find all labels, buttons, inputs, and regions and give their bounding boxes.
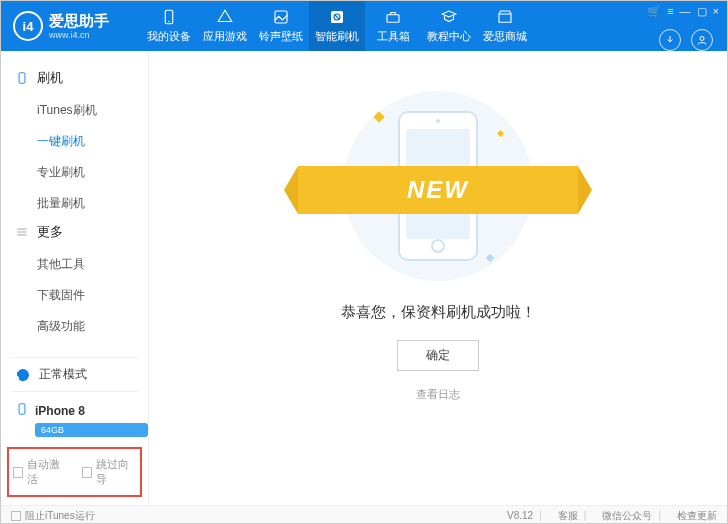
device-name: iPhone 8 bbox=[35, 404, 85, 418]
nav-label: 我的设备 bbox=[147, 29, 191, 44]
user-button[interactable] bbox=[691, 29, 713, 51]
nav-ringtone-wallpaper[interactable]: 铃声壁纸 bbox=[253, 1, 309, 51]
sidebar-item-oneclick-flash[interactable]: 一键刷机 bbox=[1, 126, 148, 157]
device-icon bbox=[15, 402, 29, 419]
options-row: 自动激活 跳过向导 bbox=[7, 447, 142, 497]
store-icon bbox=[496, 8, 514, 26]
checkbox-icon[interactable] bbox=[11, 511, 21, 521]
app-title: 爱思助手 bbox=[49, 12, 109, 29]
flash-icon bbox=[328, 8, 346, 26]
sparkle-icon bbox=[373, 111, 384, 122]
success-illustration: NEW bbox=[343, 91, 533, 281]
skip-wizard-checkbox[interactable]: 跳过向导 bbox=[82, 457, 137, 487]
ribbon-text: NEW bbox=[407, 176, 469, 204]
block-itunes-label[interactable]: 阻止iTunes运行 bbox=[25, 509, 95, 523]
nav-toolbox[interactable]: 工具箱 bbox=[365, 1, 421, 51]
svg-rect-10 bbox=[19, 404, 25, 415]
maximize-icon[interactable]: ▢ bbox=[697, 5, 707, 18]
checkbox-label: 跳过向导 bbox=[96, 457, 136, 487]
new-ribbon: NEW bbox=[298, 166, 578, 214]
top-nav: 我的设备 应用游戏 铃声壁纸 智能刷机 工具箱 教程中心 爱思商城 bbox=[141, 1, 647, 51]
svg-rect-4 bbox=[387, 15, 399, 23]
nav-label: 铃声壁纸 bbox=[259, 29, 303, 44]
sidebar-group-flash[interactable]: 刷机 bbox=[1, 65, 148, 95]
main-panel: NEW 恭喜您，保资料刷机成功啦！ 确定 查看日志 bbox=[149, 51, 727, 505]
phone-icon bbox=[15, 71, 29, 85]
nav-label: 爱思商城 bbox=[483, 29, 527, 44]
nav-label: 应用游戏 bbox=[203, 29, 247, 44]
cart-icon[interactable]: 🛒 bbox=[647, 5, 661, 18]
logo-icon: i4 bbox=[13, 11, 43, 41]
wechat-link[interactable]: 微信公众号 bbox=[602, 509, 652, 523]
titlebar: i4 爱思助手 www.i4.cn 我的设备 应用游戏 铃声壁纸 智能刷机 工具… bbox=[1, 1, 727, 51]
group-label: 更多 bbox=[37, 223, 63, 241]
nav-label: 教程中心 bbox=[427, 29, 471, 44]
auto-activate-checkbox[interactable]: 自动激活 bbox=[13, 457, 68, 487]
window-controls: 🛒 ≡ — ▢ × bbox=[647, 1, 727, 21]
nav-label: 智能刷机 bbox=[315, 29, 359, 44]
nav-my-device[interactable]: 我的设备 bbox=[141, 1, 197, 51]
logo-area: i4 爱思助手 www.i4.cn bbox=[1, 11, 141, 41]
sidebar-group-more[interactable]: 更多 bbox=[1, 219, 148, 249]
version-label: V8.12 bbox=[507, 510, 533, 521]
apps-icon bbox=[216, 8, 234, 26]
sidebar-item-advanced[interactable]: 高级功能 bbox=[1, 311, 148, 342]
close-icon[interactable]: × bbox=[713, 5, 719, 17]
svg-point-5 bbox=[700, 37, 704, 41]
more-icon bbox=[15, 225, 29, 239]
wallpaper-icon bbox=[272, 8, 290, 26]
checkbox-icon bbox=[13, 467, 23, 478]
minimize-icon[interactable]: — bbox=[680, 5, 691, 17]
group-label: 刷机 bbox=[37, 69, 63, 87]
checkbox-label: 自动激活 bbox=[27, 457, 67, 487]
nav-tutorials[interactable]: 教程中心 bbox=[421, 1, 477, 51]
success-message: 恭喜您，保资料刷机成功啦！ bbox=[341, 303, 536, 322]
sidebar-item-batch-flash[interactable]: 批量刷机 bbox=[1, 188, 148, 219]
sparkle-icon bbox=[497, 130, 504, 137]
sidebar-item-other-tools[interactable]: 其他工具 bbox=[1, 249, 148, 280]
sidebar-item-download-firmware[interactable]: 下载固件 bbox=[1, 280, 148, 311]
tutorial-icon bbox=[440, 8, 458, 26]
sparkle-icon bbox=[486, 254, 494, 262]
statusbar: 阻止iTunes运行 V8.12 | 客服 | 微信公众号 | 检查更新 bbox=[1, 505, 727, 524]
menu-icon[interactable]: ≡ bbox=[667, 5, 673, 17]
nav-label: 工具箱 bbox=[377, 29, 410, 44]
download-button[interactable] bbox=[659, 29, 681, 51]
mode-label: 正常模式 bbox=[39, 366, 87, 383]
view-log-link[interactable]: 查看日志 bbox=[416, 387, 460, 402]
confirm-button[interactable]: 确定 bbox=[397, 340, 479, 371]
refresh-icon bbox=[15, 367, 31, 383]
nav-apps-games[interactable]: 应用游戏 bbox=[197, 1, 253, 51]
checkbox-icon bbox=[82, 467, 92, 478]
device-icon bbox=[160, 8, 178, 26]
sidebar: 刷机 iTunes刷机 一键刷机 专业刷机 批量刷机 更多 其他工具 下载固件 … bbox=[1, 51, 149, 505]
sidebar-item-itunes-flash[interactable]: iTunes刷机 bbox=[1, 95, 148, 126]
device-row[interactable]: iPhone 8 bbox=[1, 398, 148, 421]
storage-badge: 64GB bbox=[35, 423, 148, 437]
mode-row[interactable]: 正常模式 bbox=[11, 357, 138, 392]
nav-smart-flash[interactable]: 智能刷机 bbox=[309, 1, 365, 51]
support-link[interactable]: 客服 bbox=[558, 509, 578, 523]
app-subtitle: www.i4.cn bbox=[49, 30, 109, 40]
check-update-link[interactable]: 检查更新 bbox=[677, 509, 717, 523]
nav-store[interactable]: 爱思商城 bbox=[477, 1, 533, 51]
svg-rect-6 bbox=[19, 73, 25, 84]
sidebar-item-pro-flash[interactable]: 专业刷机 bbox=[1, 157, 148, 188]
toolbox-icon bbox=[384, 8, 402, 26]
